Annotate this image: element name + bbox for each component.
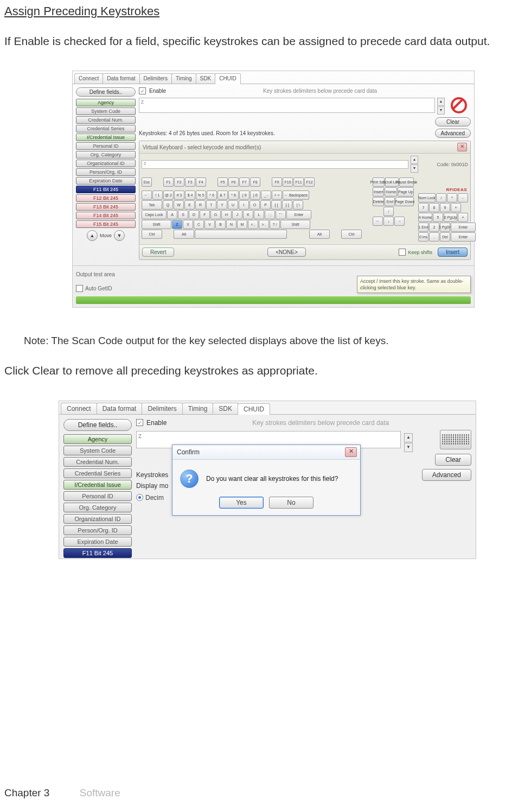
key-l[interactable]: L: [254, 210, 264, 219]
move-down-button[interactable]: ▼: [114, 230, 125, 241]
key-[interactable]: -: [458, 193, 468, 202]
clear-button-2[interactable]: Clear: [435, 454, 471, 466]
field-organizational-id[interactable]: Organizational ID: [76, 160, 136, 167]
field-person-org-id[interactable]: Person/Org. ID: [76, 168, 136, 176]
key-1[interactable]: ! 1: [152, 191, 163, 200]
key-n[interactable]: N: [226, 220, 236, 229]
key-[interactable]: ↑: [383, 207, 394, 216]
key-tab[interactable]: Tab: [142, 200, 162, 210]
field-credential-series[interactable]: Credential Series: [76, 125, 136, 132]
tab-timing-2[interactable]: Timing: [182, 403, 214, 414]
key-[interactable]: +: [451, 203, 461, 212]
key-q[interactable]: Q: [163, 200, 173, 210]
key-alt[interactable]: Alt: [174, 230, 194, 239]
field-agency-2[interactable]: Agency: [63, 434, 132, 444]
clear-button[interactable]: Clear: [435, 117, 471, 126]
define-fields-button-2[interactable]: Define fields..: [63, 419, 132, 431]
key-z[interactable]: Z: [172, 220, 182, 229]
key-shift[interactable]: Shift: [142, 220, 171, 229]
key-y[interactable]: Y: [217, 200, 227, 210]
tab-timing[interactable]: Timing: [171, 73, 196, 84]
field-expiration-date-2[interactable]: Expiration Date: [63, 537, 132, 547]
key-5[interactable]: % 5: [196, 191, 206, 200]
key-2[interactable]: 2: [429, 223, 439, 232]
key-4-home[interactable]: 4 Home: [418, 213, 432, 222]
spinner[interactable]: ▲▼: [437, 98, 445, 115]
tab-data-format[interactable]: Data format: [103, 73, 139, 84]
field-expiration-date[interactable]: Expiration Date: [76, 177, 136, 185]
key-p[interactable]: P: [260, 200, 271, 210]
key-f12[interactable]: F12: [304, 177, 315, 187]
field-person-org-id-2[interactable]: Person/Org. ID: [63, 525, 132, 535]
key-pause-break[interactable]: Pause Break: [399, 177, 414, 187]
key-ctrl[interactable]: Ctrl: [142, 230, 162, 239]
key-6[interactable]: ^ 6: [207, 191, 217, 200]
auto-getid-checkbox[interactable]: ✓: [76, 285, 83, 292]
key-esc[interactable]: Esc: [142, 177, 152, 187]
spinner-2[interactable]: ▲▼: [404, 433, 413, 453]
key-w[interactable]: W: [174, 200, 184, 210]
key-enter[interactable]: Enter: [451, 232, 476, 242]
key-[interactable]: : ;: [265, 210, 275, 219]
vk-close-button[interactable]: ✕: [457, 143, 467, 151]
field-f15-bit-245[interactable]: F15 Bit 245: [76, 220, 136, 228]
key-f2[interactable]: F2: [174, 177, 184, 187]
key-h[interactable]: H: [221, 210, 232, 219]
key-delete[interactable]: Delete: [373, 197, 384, 206]
field-i-credential-issue[interactable]: I/Credential Issue: [76, 134, 136, 141]
move-up-button[interactable]: ▲: [87, 230, 98, 241]
field-f11-bit-245[interactable]: F11 Bit 245: [76, 186, 136, 193]
key-page-up[interactable]: Page Up: [398, 187, 414, 196]
field-credential-series-2[interactable]: Credential Series: [63, 468, 132, 478]
advanced-button-2[interactable]: Advanced: [422, 469, 471, 481]
key-5[interactable]: 5: [433, 213, 443, 222]
tab-sdk-2[interactable]: SDK: [213, 403, 238, 414]
key-[interactable]: ←: [373, 217, 383, 226]
key-r[interactable]: R: [195, 200, 206, 210]
field-agency[interactable]: Agency: [76, 99, 136, 106]
tab-delimiters[interactable]: Delimiters: [139, 73, 172, 84]
keep-shifts-checkbox[interactable]: ✓: [399, 249, 406, 256]
key-x[interactable]: X: [183, 220, 193, 229]
key-shift[interactable]: Shift: [280, 220, 310, 229]
field-f12-bit-245[interactable]: F12 Bit 245: [76, 194, 136, 202]
key-[interactable]: + =: [272, 191, 282, 200]
key-f10[interactable]: F10: [283, 177, 293, 187]
key-f1[interactable]: F1: [163, 177, 174, 187]
key-[interactable]: | \: [293, 200, 303, 210]
key-b[interactable]: B: [215, 220, 226, 229]
key-[interactable]: ? /: [270, 220, 280, 229]
key-f6[interactable]: F6: [228, 177, 239, 187]
key-f[interactable]: F: [200, 210, 210, 219]
field-i-credential-issue-2[interactable]: I/Credential Issue: [63, 480, 132, 490]
field-personal-id-2[interactable]: Personal ID: [63, 491, 132, 501]
none-button[interactable]: <NONE>: [267, 248, 306, 257]
key-6-pgup[interactable]: 6 PgUp: [444, 213, 457, 222]
key-num-lock[interactable]: Num Lock: [418, 193, 436, 202]
key-enter[interactable]: Enter: [451, 223, 476, 232]
key-8[interactable]: 8: [429, 203, 439, 212]
key-[interactable]: →: [394, 217, 405, 226]
key-alt[interactable]: Alt: [309, 230, 330, 239]
key-u[interactable]: U: [228, 200, 238, 210]
key-8[interactable]: * 8: [228, 191, 239, 200]
key-[interactable]: " ': [276, 210, 286, 219]
key-0[interactable]: ) 0: [250, 191, 260, 200]
tab-chuid[interactable]: CHUID: [215, 73, 241, 84]
key-i[interactable]: I: [239, 200, 249, 210]
key-3[interactable]: # 3: [174, 191, 184, 200]
key-9[interactable]: ( 9: [239, 191, 249, 200]
key-d[interactable]: D: [189, 210, 199, 219]
key-m[interactable]: M: [237, 220, 247, 229]
field-organizational-id-2[interactable]: Organizational ID: [63, 514, 132, 524]
key-f5[interactable]: F5: [217, 177, 228, 187]
tab-connect-2[interactable]: Connect: [61, 403, 97, 414]
key-[interactable]: > .: [259, 220, 269, 229]
key-1-end[interactable]: 1 End: [418, 223, 428, 232]
key-e[interactable]: E: [184, 200, 195, 210]
key-3-pgdn[interactable]: 3 PgDn: [440, 223, 450, 232]
dialog-no-button[interactable]: No: [269, 497, 314, 509]
key-enter[interactable]: Enter: [286, 210, 311, 219]
field-f13-bit-245[interactable]: F13 Bit 245: [76, 203, 136, 211]
key-[interactable]: .: [429, 232, 439, 242]
